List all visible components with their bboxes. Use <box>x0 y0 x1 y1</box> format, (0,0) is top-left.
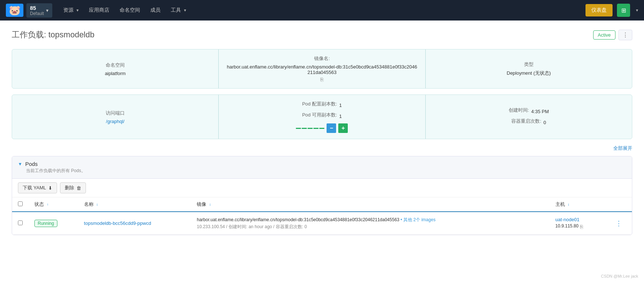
th-image: 镜像 ↕ <box>191 197 549 212</box>
image-ip: 10.233.100.54 <box>197 224 225 229</box>
nav-item-appstore[interactable]: 应用商店 <box>84 0 114 21</box>
row-status-cell: Running <box>29 212 78 235</box>
nav-item-namespace[interactable]: 命名空间 <box>114 0 145 21</box>
nav-item-members[interactable]: 成员 <box>145 0 166 21</box>
info-card-basic: 命名空间 aiplatform 镜像名: harbor.uat.enflame.… <box>12 49 632 89</box>
image-main-text: harbor.uat.enflame.cc/library/enflame.cn… <box>197 217 399 222</box>
download-icon: ⬇ <box>48 185 52 191</box>
decrease-replicas-button[interactable]: − <box>327 123 336 133</box>
row-more-button[interactable]: ⋮ <box>611 219 626 227</box>
pods-toolbar: 下载 YAML ⬇ 删除 🗑 <box>12 179 632 197</box>
image-more-text: • 其他 2个 images <box>400 217 436 222</box>
page-content: 工作负载: topsmodeldb Active ⋮ 命名空间 aiplatfo… <box>0 21 644 244</box>
page-header: 工作负载: topsmodeldb Active ⋮ <box>12 29 632 40</box>
nav-right-actions: 仪表盘 ⊞ ▾ <box>585 4 638 17</box>
row-host-cell: uat-node01 10.9.115.80 ⎘ <box>550 212 606 235</box>
row-image-cell: harbor.uat.enflame.cc/library/enflame.cn… <box>191 212 549 235</box>
image-meta: / 创建时间: an hour ago / 容器重启次数: 0 <box>226 224 307 229</box>
chevron-down-icon: ▾ <box>184 8 186 13</box>
sort-icon[interactable]: ↑ <box>47 203 49 207</box>
pods-table: 状态 ↑ 名称 ↕ 镜像 ↕ 主机 ↕ <box>12 197 632 235</box>
info-cell-port: 访问端口 /graphql/ <box>12 95 219 139</box>
status-badge: Active <box>593 30 615 40</box>
row-checkbox-cell <box>12 212 29 235</box>
cluster-selector[interactable]: 85 Default ▾ <box>26 3 52 18</box>
host-name-link[interactable]: uat-node01 <box>556 217 580 222</box>
th-status: 状态 ↑ <box>29 197 78 212</box>
sort-icon[interactable]: ↕ <box>209 203 211 207</box>
row-checkbox[interactable] <box>18 220 23 225</box>
copy-ip-icon[interactable]: ⎘ <box>580 224 583 230</box>
info-cell-image: 镜像名: harbor.uat.enflame.cc/library/enfla… <box>219 49 425 88</box>
nav-logo[interactable]: 🐷 <box>6 4 23 17</box>
info-cell-namespace: 命名空间 aiplatform <box>12 49 219 88</box>
sort-icon[interactable]: ↕ <box>96 203 98 207</box>
info-cell-type: 类型 Deployment (无状态) <box>426 49 632 88</box>
pods-title: Pods <box>25 161 38 167</box>
cluster-number: 85 <box>30 5 44 11</box>
cluster-name: Default <box>30 11 44 16</box>
info-cell-created: 创建时间: 4:35 PM 容器重启次数: 0 <box>426 95 632 139</box>
collapse-icon[interactable]: ▼ <box>18 162 22 167</box>
host-ip: 10.9.115.80 <box>556 223 579 229</box>
header-actions: Active ⋮ <box>593 30 632 40</box>
info-card-runtime: 访问端口 /graphql/ Pod 配置副本数: 1 Pod 可用副本数: 1 <box>12 94 632 139</box>
nav-item-resources[interactable]: 资源 ▾ <box>58 0 84 21</box>
top-navigation: 🐷 85 Default ▾ 资源 ▾ 应用商店 命名空间 成员 工具 ▾ 仪表… <box>0 0 644 21</box>
trash-icon: 🗑 <box>76 185 81 191</box>
pods-section: ▼ Pods 当前工作负载中的所有 Pods。 下载 YAML ⬇ 删除 🗑 <box>12 156 632 235</box>
page-title: 工作负载: topsmodeldb <box>12 29 94 40</box>
status-badge: Running <box>34 220 57 227</box>
grid-icon[interactable]: ⊞ <box>617 4 630 17</box>
delete-button[interactable]: 删除 🗑 <box>60 182 86 193</box>
logo-icon: 🐷 <box>6 4 23 17</box>
th-actions <box>606 197 632 212</box>
expand-all-button[interactable]: 全部展开 <box>613 145 632 152</box>
cluster-chevron-icon: ▾ <box>46 8 49 13</box>
th-checkbox <box>12 197 29 212</box>
chevron-down-icon: ▾ <box>76 8 79 13</box>
nav-item-tools[interactable]: 工具 ▾ <box>166 0 191 21</box>
info-cell-replicas: Pod 配置副本数: 1 Pod 可用副本数: 1 − <box>219 95 425 139</box>
th-name: 名称 ↕ <box>78 197 191 212</box>
select-all-checkbox[interactable] <box>18 201 23 206</box>
th-host: 主机 ↕ <box>550 197 606 212</box>
section-header: 全部展开 <box>12 145 632 152</box>
download-yaml-button[interactable]: 下载 YAML ⬇ <box>18 182 57 193</box>
row-actions-cell: ⋮ <box>606 212 632 235</box>
dashboard-button[interactable]: 仪表盘 <box>585 4 613 16</box>
increase-replicas-button[interactable]: + <box>338 123 348 133</box>
sort-icon[interactable]: ↕ <box>568 203 569 207</box>
more-actions-button[interactable]: ⋮ <box>618 30 632 40</box>
nav-chevron-icon[interactable]: ▾ <box>636 8 638 13</box>
port-link[interactable]: /graphql/ <box>106 119 125 124</box>
pod-name-link[interactable]: topsmodeldb-bcc56cdd9-ppwcd <box>84 220 151 226</box>
replica-indicator <box>296 128 324 129</box>
row-name-cell: topsmodeldb-bcc56cdd9-ppwcd <box>78 212 191 235</box>
pods-subtitle: 当前工作负载中的所有 Pods。 <box>18 168 626 174</box>
image-value: harbor.uat.enflame.cc/library/enflame.cn… <box>226 64 418 75</box>
copy-icon[interactable]: ⎘ <box>320 77 323 82</box>
table-row: Running topsmodeldb-bcc56cdd9-ppwcd harb… <box>12 212 632 235</box>
pods-section-header: ▼ Pods 当前工作负载中的所有 Pods。 <box>12 156 632 179</box>
